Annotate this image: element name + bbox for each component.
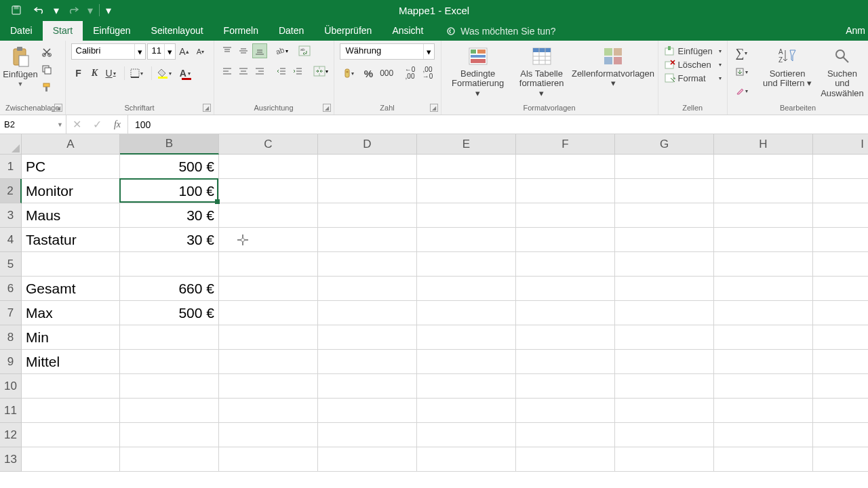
cell[interactable]	[516, 423, 615, 447]
cell[interactable]	[714, 399, 813, 423]
cell[interactable]	[714, 228, 813, 252]
cell[interactable]: Monitor	[22, 179, 120, 203]
font-name-combo[interactable]: Calibri▾	[71, 43, 146, 60]
cell[interactable]: 660 €	[120, 277, 219, 301]
tab-ansicht[interactable]: Ansicht	[382, 21, 433, 41]
cell[interactable]	[219, 423, 318, 447]
cell[interactable]	[219, 325, 318, 350]
undo-button[interactable]	[28, 2, 50, 18]
fill-color-button[interactable]: ▾	[155, 65, 176, 81]
cell[interactable]	[714, 423, 813, 447]
redo-dropdown[interactable]: ▾	[85, 2, 95, 18]
column-header[interactable]: G	[615, 134, 714, 155]
row-header[interactable]: 4	[0, 228, 22, 252]
row-header[interactable]: 1	[0, 155, 22, 179]
align-right-button[interactable]	[252, 64, 267, 79]
number-format-combo[interactable]: Währung▾	[340, 43, 435, 60]
cell[interactable]	[714, 179, 813, 203]
cell[interactable]	[318, 155, 417, 179]
cell[interactable]	[22, 374, 120, 399]
cell[interactable]: PC	[22, 155, 120, 179]
cell[interactable]	[615, 325, 714, 350]
insert-function-button[interactable]: fx	[107, 119, 127, 130]
cell[interactable]	[417, 374, 516, 399]
cell[interactable]	[318, 301, 417, 325]
cell[interactable]: Maus	[22, 203, 120, 228]
column-header[interactable]: I	[813, 134, 868, 155]
font-color-button[interactable]: A▾	[178, 65, 195, 81]
fill-button[interactable]: ▾	[733, 64, 753, 80]
row-header[interactable]: 9	[0, 350, 22, 374]
column-header[interactable]: E	[417, 134, 516, 155]
align-middle-button[interactable]	[236, 43, 251, 58]
cell[interactable]	[120, 252, 219, 277]
cell[interactable]	[120, 325, 219, 350]
delete-cells-button[interactable]: Löschen ▾	[664, 58, 722, 70]
cell[interactable]	[318, 325, 417, 350]
cell[interactable]	[813, 203, 868, 228]
bold-button[interactable]: F	[71, 65, 86, 81]
sort-filter-button[interactable]: AZ Sortieren und Filtern ▾	[757, 43, 818, 102]
column-header[interactable]: F	[516, 134, 615, 155]
cell[interactable]	[813, 228, 868, 252]
cell[interactable]	[219, 374, 318, 399]
comma-format-button[interactable]: 000	[378, 65, 395, 81]
number-dialog-launcher[interactable]: ◢	[430, 104, 438, 112]
tab-daten[interactable]: Daten	[269, 21, 314, 41]
cell[interactable]	[417, 399, 516, 423]
orientation-button[interactable]: ab▾	[274, 43, 289, 58]
wrap-text-button[interactable]: ab	[297, 43, 312, 58]
accounting-format-button[interactable]: ▾	[340, 65, 359, 81]
row-header[interactable]: 12	[0, 423, 22, 447]
cell[interactable]	[813, 399, 868, 423]
cell[interactable]	[22, 423, 120, 447]
cell[interactable]	[714, 203, 813, 228]
cell[interactable]	[219, 252, 318, 277]
decrease-decimal-button[interactable]: ,00→0	[420, 65, 435, 81]
format-cells-button[interactable]: Format ▾	[664, 72, 722, 84]
cell[interactable]	[417, 350, 516, 374]
redo-button[interactable]	[62, 2, 84, 18]
cell[interactable]	[318, 399, 417, 423]
cell[interactable]	[318, 277, 417, 301]
format-as-table-button[interactable]: Als Tabelle formatieren ▾	[512, 43, 572, 98]
cell[interactable]	[219, 277, 318, 301]
cell[interactable]: Max	[22, 301, 120, 325]
cell[interactable]	[813, 447, 868, 472]
cell[interactable]	[516, 325, 615, 350]
cell[interactable]	[813, 350, 868, 374]
cell[interactable]	[516, 277, 615, 301]
increase-font-button[interactable]: A▴	[177, 43, 192, 60]
cell[interactable]	[318, 203, 417, 228]
save-button[interactable]	[5, 2, 27, 18]
copy-button[interactable]	[39, 62, 54, 77]
cell[interactable]	[813, 374, 868, 399]
cell[interactable]	[615, 301, 714, 325]
tell-me-search[interactable]: Was möchten Sie tun?	[439, 22, 562, 41]
cell[interactable]	[714, 252, 813, 277]
cell[interactable]	[120, 374, 219, 399]
cell[interactable]	[417, 325, 516, 350]
cell[interactable]	[318, 374, 417, 399]
cell[interactable]	[714, 301, 813, 325]
row-header[interactable]: 8	[0, 325, 22, 350]
cell[interactable]	[318, 447, 417, 472]
cell-styles-button[interactable]: Zellenformatvorlagen ▾	[574, 43, 652, 89]
row-header[interactable]: 3	[0, 203, 22, 228]
row-header[interactable]: 6	[0, 277, 22, 301]
tab-ueberpruefen[interactable]: Überprüfen	[314, 21, 382, 41]
row-header[interactable]: 11	[0, 399, 22, 423]
cell[interactable]	[120, 447, 219, 472]
qat-customize[interactable]: ▾	[104, 2, 113, 18]
paste-button[interactable]: Einfügen ▼	[5, 43, 35, 102]
cell[interactable]	[22, 447, 120, 472]
align-left-button[interactable]	[220, 64, 235, 79]
cell[interactable]	[615, 447, 714, 472]
italic-button[interactable]: K	[87, 65, 102, 81]
cell[interactable]	[615, 228, 714, 252]
cell[interactable]	[219, 301, 318, 325]
decrease-font-button[interactable]: A▾	[193, 43, 208, 60]
cell[interactable]	[516, 252, 615, 277]
cell[interactable]	[516, 447, 615, 472]
align-center-button[interactable]	[236, 64, 251, 79]
